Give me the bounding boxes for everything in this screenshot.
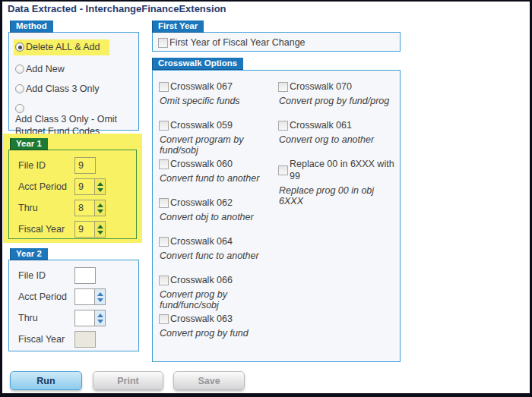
spinner-buttons[interactable] [94,289,105,304]
checkbox-label: Crosswalk 064 [170,235,233,247]
checkbox-label: Crosswalk 062 [170,197,233,209]
checkbox-icon[interactable] [278,121,288,131]
spinner-buttons[interactable] [94,179,105,194]
crosswalk-group-header: Crosswalk Options [152,58,243,70]
checkbox-label: Crosswalk 059 [170,119,233,131]
year1-thru-spinner[interactable]: 8 [74,200,106,216]
radio-icon[interactable] [15,65,24,74]
checkbox-icon[interactable] [159,121,169,131]
crosswalk-060-checkbox-row[interactable]: Crosswalk 060 [159,158,278,170]
method-group-box: Delete ALL & Add Add New Add Class 3 Onl… [8,32,139,131]
checkbox-icon[interactable] [158,38,168,48]
checkbox-label: Crosswalk 063 [170,313,233,325]
radio-selected-icon[interactable] [15,43,24,52]
spinner-value[interactable]: 9 [75,222,94,237]
radio-label: Add Class 3 Only [26,83,100,95]
crosswalk-061-item: Crosswalk 061 Convert org to another [278,119,400,158]
spinner-buttons[interactable] [94,222,105,237]
checkbox-label: Crosswalk 060 [170,158,233,170]
crosswalk-064-item: Crosswalk 064 Convert func to another [159,235,278,274]
method-option-add-new[interactable]: Add New [14,63,134,75]
checkbox-label: Crosswalk 070 [290,80,352,93]
crosswalk-description: Convert org to another [279,134,400,145]
checkbox-label: Crosswalk 067 [170,80,233,93]
checkbox-icon[interactable] [159,276,169,285]
page-title: Data Extracted - InterchangeFinanceExten… [8,3,226,14]
checkbox-icon[interactable] [159,237,169,247]
year1-group-header: Year 1 [10,138,48,150]
year1-acct-period-spinner[interactable]: 9 [74,178,106,195]
crosswalk-064-checkbox-row[interactable]: Crosswalk 064 [159,235,278,247]
year2-thru-spinner[interactable] [74,310,106,326]
year1-acct-period-row: Acct Period 9 [18,178,136,195]
checkbox-icon[interactable] [159,198,169,208]
spinner-up-icon[interactable] [97,182,103,186]
radio-icon[interactable] [15,104,24,113]
crosswalk-066-item: Crosswalk 066 Convert prog by fund/func/… [159,274,278,313]
crosswalk-description: Convert obj to another [160,212,278,222]
checkbox-label: Crosswalk 066 [170,274,233,286]
year2-acct-period-spinner[interactable] [74,288,106,305]
year2-file-id-input[interactable] [74,267,96,284]
save-button[interactable]: Save [173,371,245,390]
spinner-value[interactable] [75,289,94,304]
checkbox-icon[interactable] [278,165,288,175]
data-extracted-window: Data Extracted - InterchangeFinanceExten… [0,0,532,397]
radio-icon[interactable] [15,84,24,93]
spinner-down-icon[interactable] [97,210,103,213]
spinner-value[interactable]: 8 [75,200,94,216]
spinner-down-icon[interactable] [97,298,103,302]
crosswalk-070-checkbox-row[interactable]: Crosswalk 070 [278,80,400,93]
crosswalk-description: Convert func to another [160,250,278,261]
run-button[interactable]: Run [10,371,82,390]
spinner-up-icon[interactable] [97,225,103,228]
checkbox-icon[interactable] [159,82,169,92]
checkbox-icon[interactable] [278,82,288,92]
crosswalk-066-checkbox-row[interactable]: Crosswalk 066 [159,274,278,286]
crosswalk-067-checkbox-row[interactable]: Crosswalk 067 [159,80,278,93]
year1-file-id-input[interactable]: 9 [74,157,96,174]
crosswalk-063-checkbox-row[interactable]: Crosswalk 063 [159,313,278,325]
method-group-header: Method [10,20,53,33]
year1-group-box: File ID 9 Acct Period 9 Thru 8 [8,150,137,239]
method-option-add-class3-omit[interactable]: Add Class 3 Only - Omit Budget Fund Code… [14,102,128,137]
replace-00-checkbox-row[interactable]: Replace 00 in 6XXX with 99 [278,158,400,182]
spinner-value[interactable] [75,310,94,326]
field-label: File ID [18,270,74,281]
spinner-buttons[interactable] [94,200,105,216]
spinner-down-icon[interactable] [97,320,103,323]
crosswalk-060-item: Crosswalk 060 Convert fund to another [159,158,278,197]
spinner-up-icon[interactable] [97,203,103,207]
field-label: Fiscal Year [18,224,74,235]
year1-thru-row: Thru 8 [18,200,136,216]
spinner-value[interactable]: 9 [75,179,94,194]
print-button[interactable]: Print [93,371,163,390]
spinner-down-icon[interactable] [97,188,103,192]
method-option-add-class3-only[interactable]: Add Class 3 Only [14,83,134,95]
crosswalk-062-checkbox-row[interactable]: Crosswalk 062 [159,197,278,209]
year2-thru-row: Thru [18,310,138,326]
replace-00-item: Replace 00 in 6XXX with 99 Replace prog … [278,158,400,197]
crosswalk-description: Convert prog by fund [160,328,278,339]
first-year-checkbox-row[interactable]: First Year of Fiscal Year Change [158,36,400,49]
checkbox-icon[interactable] [159,314,169,324]
crosswalk-070-item: Crosswalk 070 Convert prog by fund/prog [278,80,400,119]
checkbox-icon[interactable] [159,159,169,169]
crosswalk-061-checkbox-row[interactable]: Crosswalk 061 [278,119,400,131]
field-label: Acct Period [18,291,74,302]
crosswalk-059-checkbox-row[interactable]: Crosswalk 059 [159,119,278,131]
year1-fiscal-year-row: Fiscal Year 9 [18,221,136,238]
field-label: Acct Period [18,181,74,192]
year2-acct-period-row: Acct Period [18,288,138,305]
spinner-down-icon[interactable] [97,231,103,235]
spinner-up-icon[interactable] [97,292,103,296]
crosswalk-062-item: Crosswalk 062 Convert obj to another [159,197,278,235]
method-option-delete-all-add[interactable]: Delete ALL & Add [14,39,109,55]
crosswalk-description: Omit specific funds [160,96,278,106]
radio-label: Delete ALL & Add [26,41,100,53]
crosswalk-description: Convert prog by fund/prog [279,96,400,106]
year1-fiscal-year-spinner[interactable]: 9 [74,221,106,238]
year2-fiscal-year-row: Fiscal Year [18,331,138,348]
spinner-up-icon[interactable] [97,314,103,317]
spinner-buttons[interactable] [94,310,105,326]
